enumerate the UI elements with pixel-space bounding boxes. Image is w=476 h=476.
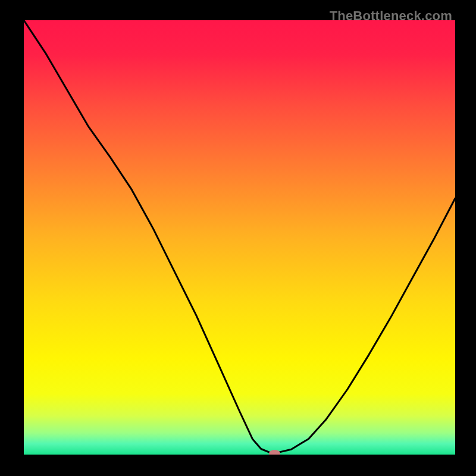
plot-area <box>24 20 455 455</box>
chart-frame: TheBottleneck.com <box>4 4 472 472</box>
bottleneck-curve <box>24 20 455 455</box>
